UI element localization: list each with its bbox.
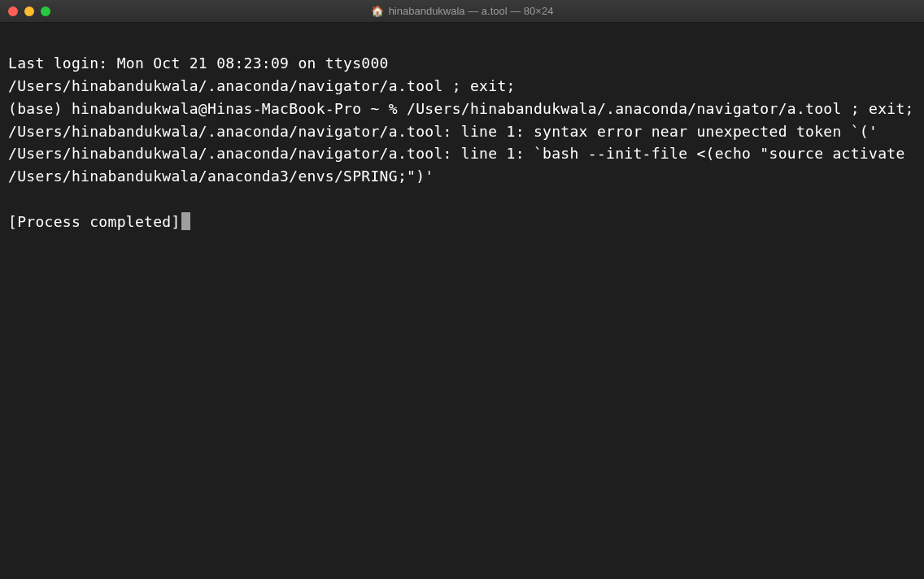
cursor-icon: [181, 212, 190, 230]
traffic-lights: [8, 7, 50, 16]
terminal-line: [Process completed]: [8, 213, 181, 230]
terminal-line: (base) hinabandukwala@Hinas-MacBook-Pro …: [8, 98, 916, 120]
terminal-output[interactable]: Last login: Mon Oct 21 08:23:09 on ttys0…: [0, 23, 924, 579]
terminal-line: Last login: Mon Oct 21 08:23:09 on ttys0…: [8, 52, 916, 75]
window-title: hinabandukwala — a.tool — 80×24: [389, 5, 554, 17]
blank-line: [8, 188, 916, 211]
home-icon: 🏠: [371, 5, 384, 17]
maximize-button[interactable]: [41, 7, 50, 16]
terminal-line: /Users/hinabandukwala/.anaconda/navigato…: [8, 142, 916, 188]
close-button[interactable]: [8, 7, 18, 16]
minimize-button[interactable]: [24, 7, 34, 16]
window-titlebar: 🏠 hinabandukwala — a.tool — 80×24: [0, 0, 924, 23]
terminal-line: /Users/hinabandukwala/.anaconda/navigato…: [8, 75, 916, 98]
terminal-line: /Users/hinabandukwala/.anaconda/navigato…: [8, 120, 916, 143]
window-title-container: 🏠 hinabandukwala — a.tool — 80×24: [371, 5, 554, 17]
